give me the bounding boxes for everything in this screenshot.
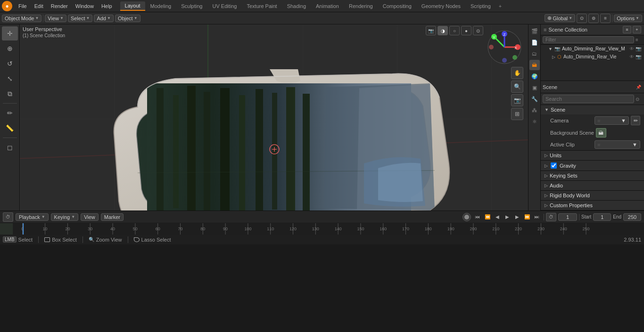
marker-dropdown[interactable]: Marker <box>101 213 124 221</box>
menu-file[interactable]: File <box>15 2 30 10</box>
camera-pick-btn[interactable]: ✏ <box>631 116 640 125</box>
menu-edit[interactable]: Edit <box>31 2 47 10</box>
move-tool[interactable]: ⊕ <box>2 41 18 56</box>
pan-tool-btn[interactable]: ✋ <box>511 67 523 79</box>
menu-window[interactable]: Window <box>72 2 97 10</box>
current-frame-input[interactable]: 1 <box>558 213 577 221</box>
scene-props-btn[interactable]: 🏔 <box>529 60 540 70</box>
rigid-body-header[interactable]: ▷ Rigid Body World <box>541 191 644 200</box>
tab-modeling[interactable]: Modeling <box>146 2 176 10</box>
measure-tool[interactable]: 📏 <box>2 121 18 135</box>
next-keyframe-btn[interactable]: ▶ <box>512 213 522 221</box>
record-btn[interactable] <box>462 213 471 221</box>
navigation-gizmo[interactable]: X Y Z <box>486 28 523 66</box>
prop-pin-btn[interactable]: 📌 <box>635 84 642 90</box>
end-frame-input[interactable]: 250 <box>623 213 641 221</box>
units-section-header[interactable]: ▷ Units <box>541 151 644 160</box>
properties-search-input[interactable] <box>543 95 634 103</box>
audio-section-header[interactable]: ▷ Audio <box>541 181 644 190</box>
outliner-render-1[interactable]: 📷 <box>636 54 641 59</box>
view-dropdown[interactable]: View ▼ <box>45 15 66 22</box>
particles-props-btn[interactable]: ⁂ <box>529 105 540 115</box>
object-mode-dropdown[interactable]: Object Mode ▼ <box>2 15 41 22</box>
snap-btn[interactable]: ⊙ <box>577 14 587 23</box>
custom-props-header[interactable]: ▷ Custom Properties <box>541 201 644 210</box>
rotate-tool[interactable]: ↺ <box>2 57 18 71</box>
zoom-btn[interactable]: 🔍 <box>511 81 523 93</box>
render-props-btn[interactable]: 🎬 <box>529 26 540 36</box>
proportional-btn[interactable]: ⊚ <box>588 14 599 23</box>
playback-dropdown[interactable]: Playback ▼ <box>16 213 49 221</box>
scene-section-header[interactable]: ▼ Scene <box>541 105 644 114</box>
prev-keyframe-btn[interactable]: ◀ <box>493 213 502 221</box>
content-area: ✛ ⊕ ↺ ⤡ ⧉ ✏ 📏 ◻ <box>0 24 644 211</box>
jump-end-btn[interactable]: ⏭ <box>532 213 542 221</box>
keying-sets-header[interactable]: ▷ Keying Sets <box>541 171 644 180</box>
menu-render[interactable]: Render <box>48 2 71 10</box>
gravity-section-header[interactable]: ▷ Gravity <box>541 161 644 170</box>
frame-btn[interactable]: ⊞ <box>511 108 523 120</box>
annotate-tool[interactable]: ✏ <box>2 106 18 120</box>
outliner-render-0[interactable]: 📷 <box>636 46 641 51</box>
next-frame-btn[interactable]: ⏩ <box>522 213 532 221</box>
tab-layout[interactable]: Layout <box>120 1 145 11</box>
tab-shading[interactable]: Shading <box>282 2 311 10</box>
viewport-shading-solid[interactable]: ◑ <box>438 26 448 35</box>
jump-start-btn[interactable]: ⏮ <box>473 213 482 221</box>
transform-tool[interactable]: ⧉ <box>2 87 18 101</box>
add-dropdown[interactable]: Add ▼ <box>94 15 114 22</box>
cursor-tool[interactable]: ✛ <box>2 26 18 40</box>
tab-animation[interactable]: Animation <box>311 2 344 10</box>
tab-scripting[interactable]: Scripting <box>466 2 495 10</box>
lasso-icon <box>134 237 140 242</box>
start-frame-input[interactable]: 1 <box>593 213 611 221</box>
timeline-clock-btn[interactable]: ⏱ <box>3 212 13 222</box>
add-cube-tool[interactable]: ◻ <box>2 140 18 154</box>
tab-rendering[interactable]: Rendering <box>344 2 378 10</box>
transform-btn[interactable]: ≡ <box>600 14 611 23</box>
prev-frame-btn[interactable]: ⏪ <box>483 213 492 221</box>
keying-dropdown[interactable]: Keying ▼ <box>51 213 79 221</box>
tab-compositing[interactable]: Compositing <box>378 2 416 10</box>
select-dropdown[interactable]: Select ▼ <box>68 15 93 22</box>
outliner-vis-1[interactable]: 👁 <box>629 54 634 59</box>
scale-tool[interactable]: ⤡ <box>2 72 18 86</box>
view-layer-props-btn[interactable]: 🗂 <box>529 49 540 59</box>
outliner-item-0[interactable]: ▼ 📷 Auto_Dimming_Rear_View_M 👁 📷 <box>541 45 644 53</box>
viewport-camera-btn[interactable]: 📷 <box>426 26 436 35</box>
timeline-ruler[interactable]: 0 10 20 30 40 50 60 70 80 90 100 110 120 <box>0 223 644 235</box>
active-clip-value[interactable]: ■ ▼ <box>594 140 640 149</box>
camera-value[interactable]: ■ ▼ <box>594 116 629 125</box>
frame-timer-btn[interactable]: ⏱ <box>546 213 556 221</box>
world-props-btn[interactable]: 🌍 <box>529 71 540 81</box>
tab-texture-paint[interactable]: Texture Paint <box>242 2 281 10</box>
view-dropdown[interactable]: View <box>81 213 99 221</box>
outliner-add-btn[interactable]: + <box>633 26 641 33</box>
play-btn[interactable]: ▶ <box>503 213 512 221</box>
outliner-filter-btn[interactable]: ≡ <box>623 26 631 33</box>
outliner-vis-0[interactable]: 👁 <box>629 46 634 51</box>
tab-geometry-nodes[interactable]: Geometry Nodes <box>417 2 465 10</box>
viewport-shading-material[interactable]: ○ <box>449 26 460 35</box>
physics-props-btn[interactable]: ⚛ <box>529 116 540 127</box>
camera-view-btn[interactable]: 📷 <box>511 94 523 106</box>
tab-add[interactable]: + <box>496 2 504 10</box>
object-props-btn[interactable]: ▣ <box>529 82 540 93</box>
3d-viewport[interactable]: User Perspective (1) Scene Collection 📷 … <box>20 24 528 211</box>
tab-sculpting[interactable]: Sculpting <box>176 2 207 10</box>
options-dropdown[interactable]: Options ▼ <box>614 15 642 22</box>
outliner-search-input[interactable] <box>543 36 634 43</box>
object-dropdown[interactable]: Object ▼ <box>115 15 140 22</box>
viewport-shading-render[interactable]: ● <box>461 26 471 35</box>
viewport-overlay-btn[interactable]: ⊙ <box>473 26 483 35</box>
outliner-item-1[interactable]: ▷ ⬡ Auto_Dimming_Rear_Vie 👁 📷 <box>541 53 644 61</box>
gravity-checkbox[interactable] <box>551 162 557 169</box>
menu-help[interactable]: Help <box>98 2 116 10</box>
modifier-props-btn[interactable]: 🔧 <box>529 94 540 104</box>
top-menu-bar: ● File Edit Render Window Help Layout Mo… <box>0 0 644 12</box>
tab-uv-editing[interactable]: UV Editing <box>207 2 241 10</box>
outliner-item-icons-1: 👁 📷 <box>629 54 641 59</box>
background-scene-icon-btn[interactable]: 🏔 <box>596 128 606 138</box>
global-dropdown[interactable]: ⊕ Global ▼ <box>545 14 575 22</box>
output-props-btn[interactable]: 📄 <box>529 37 540 48</box>
